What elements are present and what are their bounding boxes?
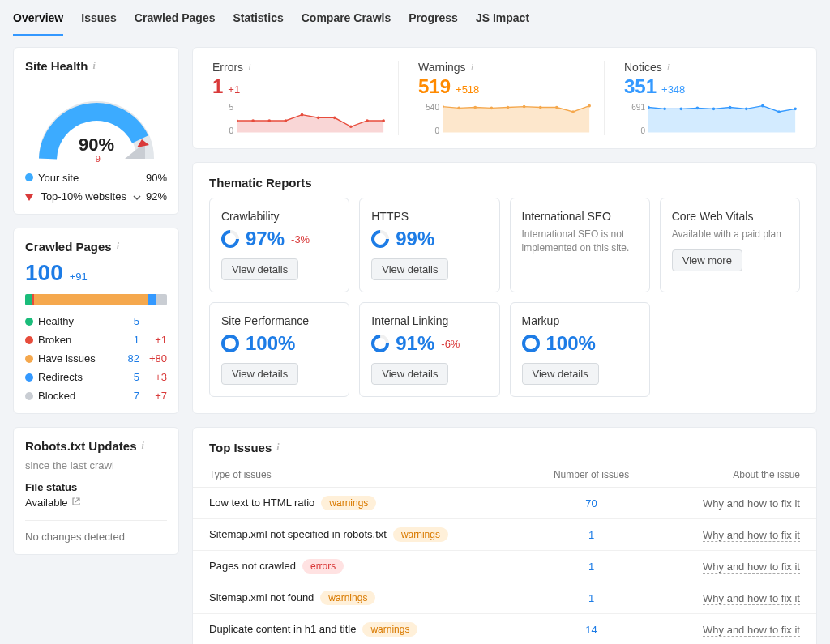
issue-badge: warnings xyxy=(362,622,417,637)
crawled-row-broken[interactable]: Broken1+1 xyxy=(25,334,167,346)
report-title: Crawlability xyxy=(221,210,337,223)
crawled-row-healthy[interactable]: Healthy5 xyxy=(25,315,167,327)
svg-point-16 xyxy=(473,106,477,109)
crawled-row-blocked[interactable]: Blocked7+7 xyxy=(25,390,167,402)
tab-overview[interactable]: Overview xyxy=(13,0,63,36)
issue-count[interactable]: 70 xyxy=(525,488,657,519)
crawled-total[interactable]: 100 xyxy=(25,260,63,286)
issues-card: Top Issues i Type of issues Number of is… xyxy=(192,427,817,644)
report-button[interactable]: View details xyxy=(371,258,448,280)
info-icon[interactable]: i xyxy=(276,441,279,454)
info-icon[interactable]: i xyxy=(142,440,144,452)
svg-point-8 xyxy=(317,116,320,119)
notices-metric[interactable]: Noticesi 351+348 6910 xyxy=(604,61,810,135)
issue-row: Sitemap.xml not foundwarnings1Why and ho… xyxy=(193,582,816,614)
issue-row: Sitemap.xml not specified in robots.txtw… xyxy=(193,519,816,551)
robots-sub: since the last crawl xyxy=(25,459,167,471)
tab-crawled-pages[interactable]: Crawled Pages xyxy=(135,0,216,36)
robots-status-label: File status xyxy=(25,481,167,493)
thematic-title: Thematic Reports xyxy=(193,163,816,198)
tab-progress[interactable]: Progress xyxy=(409,0,458,36)
svg-point-4 xyxy=(251,119,255,122)
svg-point-26 xyxy=(663,107,666,110)
donut-icon xyxy=(368,331,393,356)
svg-point-33 xyxy=(777,110,781,113)
report-note: Available with a paid plan xyxy=(672,228,788,241)
report-pct: 100% xyxy=(546,332,596,355)
crawled-row-have-issues[interactable]: Have issues82+80 xyxy=(25,352,167,365)
issue-name[interactable]: Sitemap.xml not foundwarnings xyxy=(193,582,525,614)
report-button[interactable]: View details xyxy=(221,363,298,385)
issue-count[interactable]: 1 xyxy=(525,551,657,582)
issue-count[interactable]: 1 xyxy=(525,519,657,551)
svg-point-12 xyxy=(382,119,385,122)
report-delta: -6% xyxy=(441,338,460,350)
external-link-icon xyxy=(71,497,81,509)
svg-point-30 xyxy=(729,106,732,109)
fix-link[interactable]: Why and how to fix it xyxy=(703,624,800,637)
notices-chart: 6910 xyxy=(624,103,797,135)
info-icon[interactable]: i xyxy=(471,62,473,74)
issue-count[interactable]: 14 xyxy=(525,614,657,645)
fix-link[interactable]: Why and how to fix it xyxy=(703,497,800,510)
tab-js-impact[interactable]: JS Impact xyxy=(476,0,529,36)
fix-link[interactable]: Why and how to fix it xyxy=(703,592,800,605)
issue-name[interactable]: Sitemap.xml not specified in robots.txtw… xyxy=(193,519,525,551)
col-type: Type of issues xyxy=(193,463,525,488)
info-icon[interactable]: i xyxy=(93,60,96,72)
svg-point-28 xyxy=(696,107,700,110)
errors-metric[interactable]: Errorsi 1+1 50 xyxy=(199,61,398,135)
fix-link[interactable]: Why and how to fix it xyxy=(703,529,800,542)
svg-point-15 xyxy=(457,107,460,110)
svg-point-22 xyxy=(571,110,575,113)
info-icon[interactable]: i xyxy=(117,241,119,253)
issue-name[interactable]: Pages not crawlederrors xyxy=(193,551,525,582)
tab-statistics[interactable]: Statistics xyxy=(233,0,283,36)
report-title: Markup xyxy=(522,314,638,327)
fix-link[interactable]: Why and how to fix it xyxy=(703,561,800,574)
your-site-row: Your site 90% xyxy=(25,172,167,184)
report-crawlability: Crawlability97%-3%View details xyxy=(209,198,349,292)
issue-name[interactable]: Low text to HTML ratiowarnings xyxy=(193,488,525,519)
warnings-metric[interactable]: Warningsi 519+518 5400 xyxy=(398,61,604,135)
report-delta: -3% xyxy=(291,233,310,245)
issues-title: Top Issues i xyxy=(193,428,816,463)
report-note: International SEO is not implemented on … xyxy=(522,228,638,255)
report-pct: 91% xyxy=(396,332,434,355)
svg-text:-9: -9 xyxy=(92,154,101,164)
robots-card: Robots.txt Updates i since the last craw… xyxy=(13,427,179,555)
report-button[interactable]: View details xyxy=(221,258,298,280)
robots-status[interactable]: Available xyxy=(25,497,167,509)
svg-text:90%: 90% xyxy=(78,134,113,155)
issue-badge: warnings xyxy=(393,527,448,542)
issue-badge: warnings xyxy=(320,591,375,605)
robots-title: Robots.txt Updates i xyxy=(25,439,167,453)
report-https: HTTPS99%View details xyxy=(359,198,499,292)
robots-no-changes: No changes detected xyxy=(25,520,167,543)
report-markup: Markup100%View details xyxy=(510,302,650,397)
metrics-card: Errorsi 1+1 50 Warningsi 519+518 5400 xyxy=(192,47,817,149)
report-button[interactable]: View details xyxy=(522,363,599,385)
svg-point-10 xyxy=(349,125,353,128)
top10-row[interactable]: Top-10% websites 92% xyxy=(25,190,167,203)
report-button[interactable]: View details xyxy=(371,363,448,385)
info-icon[interactable]: i xyxy=(248,62,250,74)
issue-name[interactable]: Duplicate content in h1 and titlewarning… xyxy=(193,614,525,645)
issue-count[interactable]: 1 xyxy=(525,582,657,614)
tab-issues[interactable]: Issues xyxy=(81,0,117,36)
report-button[interactable]: View more xyxy=(672,249,742,271)
svg-point-32 xyxy=(761,104,764,108)
crawled-delta: +91 xyxy=(70,271,88,283)
col-about: About the issue xyxy=(657,463,816,488)
report-title: HTTPS xyxy=(371,210,487,223)
tab-compare-crawls[interactable]: Compare Crawls xyxy=(302,0,391,36)
svg-point-23 xyxy=(588,104,591,108)
donut-icon xyxy=(221,335,239,352)
report-international-seo: International SEOInternational SEO is no… xyxy=(510,198,650,292)
info-icon[interactable]: i xyxy=(667,62,670,74)
issue-row: Low text to HTML ratiowarnings70Why and … xyxy=(193,488,816,519)
report-site-performance: Site Performance100%View details xyxy=(209,302,349,397)
issue-badge: errors xyxy=(302,559,344,574)
crawled-row-redirects[interactable]: Redirects5+3 xyxy=(25,371,167,383)
report-title: Core Web Vitals xyxy=(672,210,788,223)
